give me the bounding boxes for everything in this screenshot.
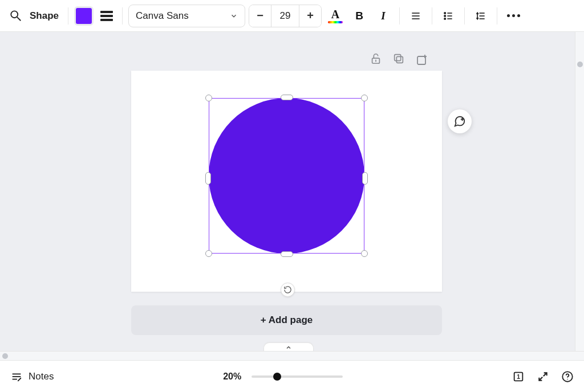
svg-rect-18 <box>395 55 401 61</box>
vertical-scrollbar[interactable] <box>575 32 584 360</box>
canvas-area[interactable]: + Add page <box>0 32 584 360</box>
zoom-control: 20% <box>223 371 343 382</box>
svg-point-9 <box>444 18 446 19</box>
resize-handle-top-right[interactable] <box>361 95 368 101</box>
horizontal-scrollbar[interactable] <box>0 351 584 360</box>
divider <box>122 7 123 24</box>
statusbar: Notes 20% 1 <box>0 360 584 392</box>
resize-handle-left[interactable] <box>205 172 211 185</box>
border-style-button[interactable] <box>97 6 116 26</box>
selection-box <box>209 98 364 254</box>
svg-point-31 <box>567 378 567 379</box>
zoom-percentage[interactable]: 20% <box>223 371 241 382</box>
comment-button[interactable] <box>448 109 472 133</box>
font-size-stepper: − 29 + <box>249 5 322 27</box>
new-page-icon[interactable] <box>415 52 429 66</box>
font-size-increase-button[interactable]: + <box>299 5 321 27</box>
italic-button[interactable]: I <box>373 10 394 22</box>
text-color-button[interactable]: A <box>325 9 346 23</box>
resize-handle-top-left[interactable] <box>205 95 212 101</box>
text-align-button[interactable] <box>405 6 426 26</box>
more-options-button[interactable] <box>503 14 524 17</box>
duplicate-page-icon[interactable] <box>392 52 405 66</box>
text-color-A-icon: A <box>331 9 339 20</box>
scrollbar-thumb[interactable] <box>577 62 583 67</box>
notes-button[interactable]: Notes <box>10 370 54 383</box>
chevron-down-icon <box>230 12 238 20</box>
lock-icon[interactable] <box>370 52 382 66</box>
list-button[interactable] <box>438 6 459 26</box>
design-page[interactable] <box>131 71 442 292</box>
bold-button[interactable]: B <box>349 10 370 22</box>
svg-rect-19 <box>417 56 425 64</box>
notes-label: Notes <box>29 371 54 382</box>
svg-point-7 <box>444 15 446 17</box>
add-page-label: + Add page <box>261 315 313 326</box>
svg-line-1 <box>17 17 21 20</box>
status-right-tools: 1 <box>512 370 574 383</box>
resize-handle-bottom[interactable] <box>281 251 293 257</box>
svg-point-0 <box>11 11 18 18</box>
shape-label[interactable]: Shape <box>30 10 59 22</box>
divider <box>68 7 68 24</box>
resize-handle-bottom-left[interactable] <box>205 250 212 257</box>
resize-handle-right[interactable] <box>362 172 368 185</box>
page-actions-group <box>370 52 429 66</box>
font-family-select[interactable]: Canva Sans <box>128 5 245 27</box>
rotate-handle[interactable] <box>281 283 295 297</box>
svg-rect-17 <box>396 56 403 63</box>
zoom-slider-knob[interactable] <box>273 373 281 381</box>
collapse-panel-button[interactable] <box>263 342 314 352</box>
resize-handle-bottom-right[interactable] <box>361 250 368 257</box>
divider <box>432 7 432 24</box>
scrollbar-thumb[interactable] <box>2 353 8 359</box>
rainbow-bar-icon <box>328 21 343 23</box>
zoom-slider[interactable] <box>252 375 343 378</box>
divider <box>497 7 497 24</box>
notes-icon <box>10 370 23 383</box>
resize-handle-top[interactable] <box>281 95 293 100</box>
help-button[interactable] <box>561 370 574 383</box>
toolbar: Shape Canva Sans − 29 + A B I <box>0 0 584 32</box>
line-spacing-button[interactable] <box>471 6 491 26</box>
grid-count: 1 <box>512 370 525 383</box>
minus-icon: − <box>257 9 263 22</box>
divider <box>399 7 400 24</box>
grid-view-button[interactable]: 1 <box>512 370 525 383</box>
fullscreen-button[interactable] <box>537 371 549 382</box>
add-page-button[interactable]: + Add page <box>131 305 442 335</box>
font-size-value[interactable]: 29 <box>271 5 299 27</box>
font-family-value: Canva Sans <box>136 10 189 22</box>
plus-icon: + <box>307 9 314 22</box>
svg-point-5 <box>444 12 446 14</box>
shape-icon[interactable] <box>6 6 26 26</box>
divider <box>464 7 465 24</box>
shape-tool-group: Shape <box>6 6 62 26</box>
font-size-decrease-button[interactable]: − <box>249 5 271 27</box>
fill-color-swatch[interactable] <box>74 6 94 26</box>
